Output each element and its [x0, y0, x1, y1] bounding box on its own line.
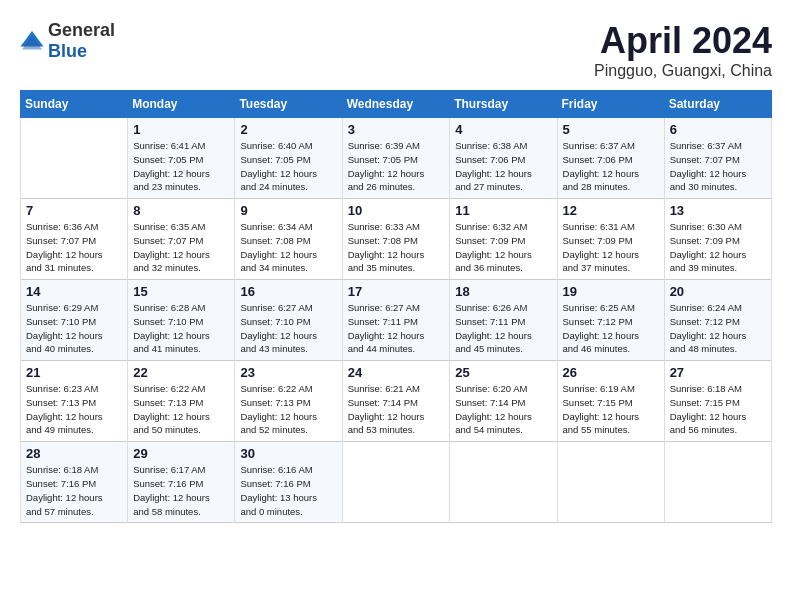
- calendar-cell: 1Sunrise: 6:41 AM Sunset: 7:05 PM Daylig…: [128, 118, 235, 199]
- calendar-cell: 4Sunrise: 6:38 AM Sunset: 7:06 PM Daylig…: [450, 118, 557, 199]
- day-info: Sunrise: 6:38 AM Sunset: 7:06 PM Dayligh…: [455, 139, 551, 194]
- calendar-cell: [450, 442, 557, 523]
- day-number: 5: [563, 122, 659, 137]
- day-number: 17: [348, 284, 445, 299]
- day-number: 14: [26, 284, 122, 299]
- logo-general: General: [48, 20, 115, 40]
- day-number: 24: [348, 365, 445, 380]
- calendar-cell: 2Sunrise: 6:40 AM Sunset: 7:05 PM Daylig…: [235, 118, 342, 199]
- day-info: Sunrise: 6:16 AM Sunset: 7:16 PM Dayligh…: [240, 463, 336, 518]
- day-number: 19: [563, 284, 659, 299]
- day-info: Sunrise: 6:25 AM Sunset: 7:12 PM Dayligh…: [563, 301, 659, 356]
- day-number: 8: [133, 203, 229, 218]
- day-number: 28: [26, 446, 122, 461]
- calendar-cell: 16Sunrise: 6:27 AM Sunset: 7:10 PM Dayli…: [235, 280, 342, 361]
- day-number: 26: [563, 365, 659, 380]
- day-number: 21: [26, 365, 122, 380]
- day-number: 23: [240, 365, 336, 380]
- calendar-table: SundayMondayTuesdayWednesdayThursdayFrid…: [20, 90, 772, 523]
- day-info: Sunrise: 6:22 AM Sunset: 7:13 PM Dayligh…: [240, 382, 336, 437]
- calendar-cell: [21, 118, 128, 199]
- calendar-cell: 25Sunrise: 6:20 AM Sunset: 7:14 PM Dayli…: [450, 361, 557, 442]
- day-number: 3: [348, 122, 445, 137]
- day-info: Sunrise: 6:39 AM Sunset: 7:05 PM Dayligh…: [348, 139, 445, 194]
- calendar-cell: 17Sunrise: 6:27 AM Sunset: 7:11 PM Dayli…: [342, 280, 450, 361]
- day-number: 18: [455, 284, 551, 299]
- calendar-week-row: 28Sunrise: 6:18 AM Sunset: 7:16 PM Dayli…: [21, 442, 772, 523]
- calendar-cell: 8Sunrise: 6:35 AM Sunset: 7:07 PM Daylig…: [128, 199, 235, 280]
- day-info: Sunrise: 6:21 AM Sunset: 7:14 PM Dayligh…: [348, 382, 445, 437]
- calendar-cell: 26Sunrise: 6:19 AM Sunset: 7:15 PM Dayli…: [557, 361, 664, 442]
- day-info: Sunrise: 6:27 AM Sunset: 7:11 PM Dayligh…: [348, 301, 445, 356]
- calendar-week-row: 14Sunrise: 6:29 AM Sunset: 7:10 PM Dayli…: [21, 280, 772, 361]
- day-number: 20: [670, 284, 766, 299]
- day-number: 27: [670, 365, 766, 380]
- logo-icon: [20, 31, 44, 51]
- day-info: Sunrise: 6:30 AM Sunset: 7:09 PM Dayligh…: [670, 220, 766, 275]
- day-number: 30: [240, 446, 336, 461]
- calendar-cell: 19Sunrise: 6:25 AM Sunset: 7:12 PM Dayli…: [557, 280, 664, 361]
- page-header: General Blue April 2024 Pingguo, Guangxi…: [20, 20, 772, 80]
- calendar-week-row: 7Sunrise: 6:36 AM Sunset: 7:07 PM Daylig…: [21, 199, 772, 280]
- day-number: 7: [26, 203, 122, 218]
- weekday-header-row: SundayMondayTuesdayWednesdayThursdayFrid…: [21, 91, 772, 118]
- day-number: 1: [133, 122, 229, 137]
- day-info: Sunrise: 6:32 AM Sunset: 7:09 PM Dayligh…: [455, 220, 551, 275]
- day-info: Sunrise: 6:20 AM Sunset: 7:14 PM Dayligh…: [455, 382, 551, 437]
- day-info: Sunrise: 6:24 AM Sunset: 7:12 PM Dayligh…: [670, 301, 766, 356]
- calendar-cell: 9Sunrise: 6:34 AM Sunset: 7:08 PM Daylig…: [235, 199, 342, 280]
- logo-text: General Blue: [48, 20, 115, 62]
- calendar-cell: 3Sunrise: 6:39 AM Sunset: 7:05 PM Daylig…: [342, 118, 450, 199]
- calendar-cell: [557, 442, 664, 523]
- calendar-cell: 29Sunrise: 6:17 AM Sunset: 7:16 PM Dayli…: [128, 442, 235, 523]
- calendar-cell: 18Sunrise: 6:26 AM Sunset: 7:11 PM Dayli…: [450, 280, 557, 361]
- day-number: 29: [133, 446, 229, 461]
- day-number: 4: [455, 122, 551, 137]
- day-info: Sunrise: 6:35 AM Sunset: 7:07 PM Dayligh…: [133, 220, 229, 275]
- weekday-header-saturday: Saturday: [664, 91, 771, 118]
- title-area: April 2024 Pingguo, Guangxi, China: [594, 20, 772, 80]
- calendar-cell: [342, 442, 450, 523]
- calendar-cell: [664, 442, 771, 523]
- calendar-week-row: 1Sunrise: 6:41 AM Sunset: 7:05 PM Daylig…: [21, 118, 772, 199]
- calendar-cell: 7Sunrise: 6:36 AM Sunset: 7:07 PM Daylig…: [21, 199, 128, 280]
- calendar-cell: 13Sunrise: 6:30 AM Sunset: 7:09 PM Dayli…: [664, 199, 771, 280]
- location-title: Pingguo, Guangxi, China: [594, 62, 772, 80]
- calendar-cell: 15Sunrise: 6:28 AM Sunset: 7:10 PM Dayli…: [128, 280, 235, 361]
- day-info: Sunrise: 6:19 AM Sunset: 7:15 PM Dayligh…: [563, 382, 659, 437]
- day-info: Sunrise: 6:40 AM Sunset: 7:05 PM Dayligh…: [240, 139, 336, 194]
- day-info: Sunrise: 6:18 AM Sunset: 7:16 PM Dayligh…: [26, 463, 122, 518]
- day-number: 11: [455, 203, 551, 218]
- calendar-cell: 5Sunrise: 6:37 AM Sunset: 7:06 PM Daylig…: [557, 118, 664, 199]
- day-info: Sunrise: 6:37 AM Sunset: 7:06 PM Dayligh…: [563, 139, 659, 194]
- calendar-cell: 27Sunrise: 6:18 AM Sunset: 7:15 PM Dayli…: [664, 361, 771, 442]
- day-info: Sunrise: 6:23 AM Sunset: 7:13 PM Dayligh…: [26, 382, 122, 437]
- day-info: Sunrise: 6:41 AM Sunset: 7:05 PM Dayligh…: [133, 139, 229, 194]
- day-number: 9: [240, 203, 336, 218]
- calendar-cell: 12Sunrise: 6:31 AM Sunset: 7:09 PM Dayli…: [557, 199, 664, 280]
- calendar-cell: 14Sunrise: 6:29 AM Sunset: 7:10 PM Dayli…: [21, 280, 128, 361]
- calendar-cell: 30Sunrise: 6:16 AM Sunset: 7:16 PM Dayli…: [235, 442, 342, 523]
- day-number: 6: [670, 122, 766, 137]
- calendar-cell: 28Sunrise: 6:18 AM Sunset: 7:16 PM Dayli…: [21, 442, 128, 523]
- calendar-cell: 24Sunrise: 6:21 AM Sunset: 7:14 PM Dayli…: [342, 361, 450, 442]
- calendar-cell: 20Sunrise: 6:24 AM Sunset: 7:12 PM Dayli…: [664, 280, 771, 361]
- weekday-header-tuesday: Tuesday: [235, 91, 342, 118]
- day-info: Sunrise: 6:29 AM Sunset: 7:10 PM Dayligh…: [26, 301, 122, 356]
- day-number: 25: [455, 365, 551, 380]
- calendar-cell: 10Sunrise: 6:33 AM Sunset: 7:08 PM Dayli…: [342, 199, 450, 280]
- calendar-cell: 6Sunrise: 6:37 AM Sunset: 7:07 PM Daylig…: [664, 118, 771, 199]
- day-number: 2: [240, 122, 336, 137]
- day-info: Sunrise: 6:28 AM Sunset: 7:10 PM Dayligh…: [133, 301, 229, 356]
- weekday-header-wednesday: Wednesday: [342, 91, 450, 118]
- day-info: Sunrise: 6:33 AM Sunset: 7:08 PM Dayligh…: [348, 220, 445, 275]
- day-info: Sunrise: 6:22 AM Sunset: 7:13 PM Dayligh…: [133, 382, 229, 437]
- weekday-header-friday: Friday: [557, 91, 664, 118]
- calendar-cell: 11Sunrise: 6:32 AM Sunset: 7:09 PM Dayli…: [450, 199, 557, 280]
- day-info: Sunrise: 6:31 AM Sunset: 7:09 PM Dayligh…: [563, 220, 659, 275]
- calendar-cell: 21Sunrise: 6:23 AM Sunset: 7:13 PM Dayli…: [21, 361, 128, 442]
- weekday-header-thursday: Thursday: [450, 91, 557, 118]
- day-number: 16: [240, 284, 336, 299]
- logo-blue: Blue: [48, 41, 87, 61]
- calendar-week-row: 21Sunrise: 6:23 AM Sunset: 7:13 PM Dayli…: [21, 361, 772, 442]
